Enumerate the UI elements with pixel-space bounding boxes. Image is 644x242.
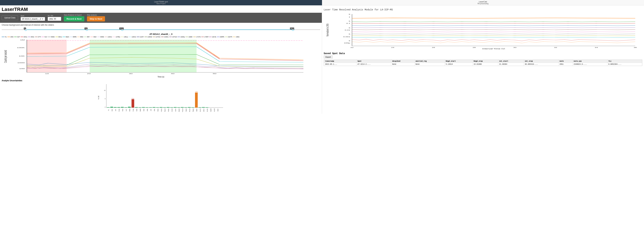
- legend-item: 166Er: [186, 36, 192, 38]
- skip-label: Skip analysis:: [87, 14, 105, 16]
- table-header-row: timestampSpotdespikedomitted_regbkgd_sta…: [324, 60, 642, 63]
- nav-left-subtitle: New Project: [156, 3, 166, 4]
- legend-item: 141Pr: [137, 36, 144, 38]
- svg-text:0.1: 0.1: [346, 23, 350, 24]
- legend-item: 232Th: [225, 36, 232, 38]
- svg-text:133Cs: 133Cs: [161, 109, 162, 112]
- svg-text:31P: 31P: [115, 109, 116, 111]
- table-body: 2022-05-1...AT-3214-2-...NoneNone5.13614…: [324, 63, 642, 66]
- svg-text:30: 30: [513, 47, 516, 48]
- svg-rect-28: [128, 107, 131, 108]
- svg-rect-43: [178, 107, 180, 108]
- export-button[interactable]: Export: [324, 55, 333, 58]
- svg-rect-42: [174, 107, 176, 108]
- legend-item: 139La: [120, 36, 128, 38]
- spot-dropdown-arrow: ▼: [42, 18, 44, 20]
- svg-text:22: 22: [350, 47, 354, 48]
- slider-container[interactable]: 5 15 21.5 56.5: [0, 27, 322, 32]
- svg-rect-51: [202, 107, 205, 108]
- svg-rect-52: [206, 107, 208, 108]
- table-column-header: int_start: [498, 60, 524, 63]
- nav-left-title: LaserTRAM spot: [154, 1, 168, 3]
- svg-text:166Er: 166Er: [196, 109, 197, 112]
- legend-item: 157Gd: [169, 36, 177, 38]
- legend-item: 178Hf: [201, 36, 208, 38]
- svg-text:65Cu: 65Cu: [133, 109, 134, 112]
- svg-rect-41: [170, 107, 173, 108]
- analyte-section: Analyte Uncertainties 0 5 10 % SE: [0, 78, 322, 114]
- slider-handle-4[interactable]: 56.5: [292, 28, 294, 31]
- svg-rect-27: [124, 107, 127, 108]
- svg-text:34: 34: [595, 47, 598, 48]
- spot-label: Spot:: [21, 15, 45, 17]
- svg-rect-0: [27, 40, 67, 72]
- table-row[interactable]: 2022-05-1...AT-3214-2-...NoneNone5.13614…: [324, 63, 642, 66]
- slider-track: [2, 29, 320, 30]
- svg-text:170μ: 170μ: [195, 91, 198, 92]
- svg-text:232Th: 232Th: [214, 109, 215, 112]
- svg-text:1000: 1000: [17, 62, 25, 64]
- nav-right-subtitle: Re-processing: [478, 3, 488, 4]
- svg-text:28: 28: [472, 47, 476, 48]
- svg-text:90Zr: 90Zr: [154, 109, 155, 112]
- skip-next-button[interactable]: Skip to Next: [87, 16, 105, 21]
- svg-rect-23: [110, 107, 113, 108]
- table-column-header: bkgd_stop: [472, 60, 498, 63]
- save-group: Save Analysis to Export: Record & Next: [64, 14, 84, 21]
- legend-item: 29Si: [8, 36, 14, 38]
- slider-label-1: 5: [24, 27, 26, 29]
- svg-text:0: 0: [105, 107, 106, 108]
- legend-item: 208Pb: [217, 36, 224, 38]
- svg-text:47Ti: 47Ti: [126, 109, 127, 111]
- table-cell: 15.01608: [472, 63, 498, 66]
- svg-text:0.01: 0.01: [345, 29, 350, 31]
- svg-text:146Nd: 146Nd: [178, 109, 180, 112]
- table-cell: 2022-05-1...: [324, 63, 356, 66]
- table-cell: 36.605419-...: [524, 63, 558, 66]
- upload-button[interactable]: Upload Data: [2, 15, 18, 20]
- svg-text:178Hf: 178Hf: [203, 109, 204, 112]
- svg-text:88Sr: 88Sr: [147, 109, 148, 112]
- legend-item: 55Mn: [48, 36, 55, 38]
- svg-text:100: 100: [19, 68, 25, 69]
- nav-right-title: LaserCalc: [479, 1, 487, 3]
- svg-text:208Pb: 208Pb: [210, 109, 212, 112]
- svg-rect-45: [184, 107, 187, 108]
- record-next-button[interactable]: Record & Next: [64, 16, 84, 21]
- svg-text:45Sc: 45Sc: [122, 109, 123, 112]
- normalized-chart: 5 1 5 0.1 5 0.01 5 0.001 5 100μ Normaliz…: [324, 12, 642, 49]
- svg-rect-29: [132, 99, 134, 108]
- table-column-header: omitted_reg: [414, 60, 444, 63]
- main-container: LaserTRAM Upload Data Spot: AT-3214-2_sh…: [0, 5, 644, 114]
- slider-handle-3[interactable]: 21.5: [121, 28, 124, 31]
- svg-rect-47: [192, 107, 194, 108]
- top-nav: LaserTRAM spot New Project LaserCalc Re-…: [0, 0, 644, 5]
- slider-handle-2[interactable]: 15: [86, 28, 88, 31]
- table-cell: 2340024.6-...: [572, 63, 608, 66]
- svg-text:100K: 100K: [17, 47, 25, 48]
- slider-fill: [27, 29, 295, 30]
- left-panel: LaserTRAM Upload Data Spot: AT-3214-2_sh…: [0, 5, 322, 114]
- legend-item: 140Ce: [128, 36, 136, 38]
- svg-text:24: 24: [391, 47, 394, 48]
- spot-group: Spot: AT-3214-2_shard3_-_3 ▼: [21, 15, 45, 21]
- legend-item: 93Nb: [97, 36, 104, 38]
- legend-item: 172Yb: [193, 36, 200, 38]
- int-std-clear[interactable]: ✕: [54, 18, 56, 20]
- table-column-header: 7Li: [608, 60, 642, 63]
- legend-item: 238U: [233, 36, 240, 38]
- analyte-title: Analyte Uncertainties: [2, 79, 320, 82]
- svg-text:181Ta: 181Ta: [207, 109, 208, 112]
- right-subtitle: Laser Time Resolved Analysis Module for …: [324, 7, 642, 12]
- right-panel: Laser Time Resolved Analysis Module for …: [322, 5, 644, 114]
- main-chart: 1M 100K 10K 1000 100 Counts per second 1…: [2, 38, 320, 75]
- skip-group: Skip analysis: Skip to Next: [87, 14, 105, 21]
- table-cell: 0.0052364-...: [608, 63, 642, 66]
- spot-select[interactable]: AT-3214-2_shard3_-_3 ▼: [21, 17, 45, 21]
- saved-spot-section: Saved Spot Data Export timestampSpotdesp…: [324, 51, 642, 66]
- svg-text:5.5m: 5.5m: [132, 98, 134, 99]
- svg-rect-40: [167, 107, 170, 108]
- int-std-select[interactable]: 29Si ✕: [48, 17, 61, 21]
- slider-handle-1[interactable]: 5: [24, 28, 27, 31]
- svg-text:141Pr: 141Pr: [175, 109, 176, 112]
